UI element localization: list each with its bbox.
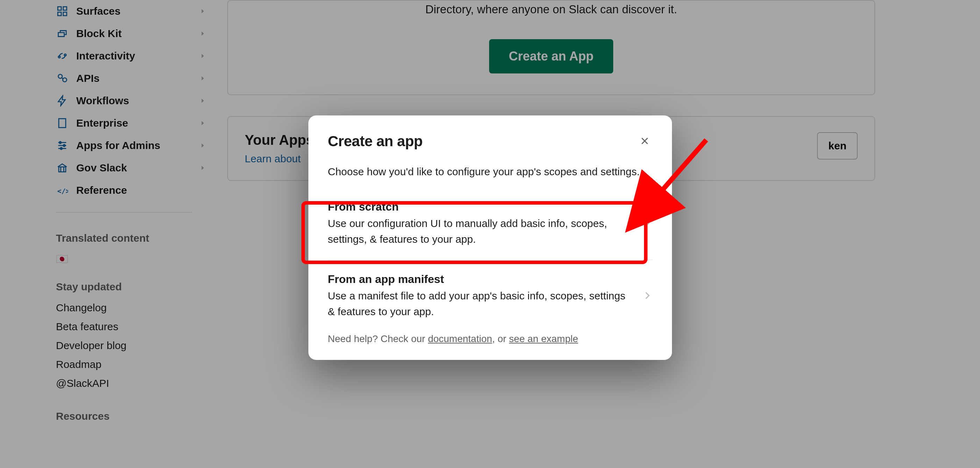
help-mid: , or xyxy=(492,333,509,344)
help-prefix: Need help? Check our xyxy=(328,333,428,344)
modal-subtitle: Choose how you'd like to configure your … xyxy=(328,150,652,183)
chevron-right-icon xyxy=(642,218,652,230)
chevron-right-icon xyxy=(642,290,652,302)
see-example-link[interactable]: see an example xyxy=(509,333,578,344)
option-from-manifest[interactable]: From an app manifest Use a manifest file… xyxy=(328,262,652,330)
close-icon xyxy=(640,142,650,147)
option-title: From an app manifest xyxy=(328,273,632,288)
option-from-scratch[interactable]: From scratch Use our configuration UI to… xyxy=(328,190,652,258)
option-title: From scratch xyxy=(328,201,632,215)
modal-title: Create an app xyxy=(328,133,423,150)
option-divider xyxy=(328,259,652,260)
close-button[interactable] xyxy=(637,133,652,150)
create-app-modal: Create an app Choose how you'd like to c… xyxy=(309,115,672,360)
option-description: Use our configuration UI to manually add… xyxy=(328,215,632,247)
documentation-link[interactable]: documentation xyxy=(428,333,492,344)
option-description: Use a manifest file to add your app's ba… xyxy=(328,288,632,319)
help-text: Need help? Check our documentation, or s… xyxy=(328,330,652,344)
